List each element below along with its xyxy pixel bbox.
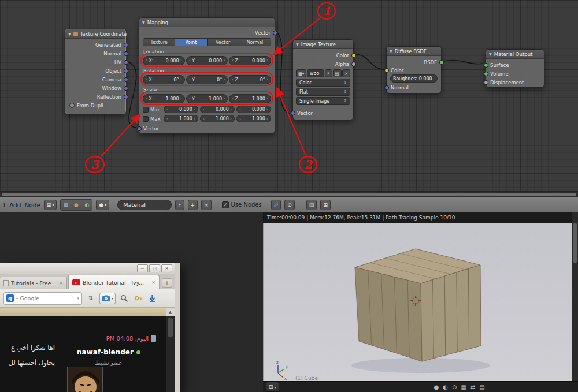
node-editor-canvas[interactable]: ▼ Texture Coordinate Generated Normal UV… <box>0 0 578 191</box>
scroll-up-button[interactable]: ▲ <box>166 308 175 316</box>
decrement-arrow-icon[interactable]: ‹ <box>232 58 234 63</box>
increment-arrow-icon[interactable]: › <box>223 58 225 63</box>
decrement-arrow-icon[interactable]: ‹ <box>239 107 241 112</box>
browse-material-button[interactable]: ●▾ <box>96 200 109 210</box>
min-checkbox[interactable] <box>143 107 149 113</box>
screenshot-camera-button[interactable]: ▾ <box>99 293 116 304</box>
browser-scrollbar[interactable]: ▲ <box>166 308 175 392</box>
increment-arrow-icon[interactable]: › <box>180 96 181 101</box>
link-color-to-diffuse[interactable] <box>355 54 384 69</box>
mapping-mode-point[interactable]: Point <box>175 39 207 46</box>
menu-item-add[interactable]: Add <box>9 201 21 208</box>
input-socket[interactable] <box>291 111 295 115</box>
source-dropdown[interactable]: Single Image↕ <box>296 97 350 105</box>
increment-arrow-icon[interactable]: › <box>266 58 268 63</box>
location-y-field[interactable]: ‹Y:0.000› <box>186 56 228 65</box>
fake-user-button[interactable]: F <box>175 200 184 210</box>
output-socket[interactable] <box>351 53 356 58</box>
node-image-texture[interactable]: ▼ Image Texture Color Alpha ▦▾ woo F ▤ ×… <box>292 39 354 120</box>
node-header[interactable]: ▼ Mapping <box>139 18 275 27</box>
link-bsdf-to-output[interactable] <box>443 60 483 64</box>
decrement-arrow-icon[interactable]: ‹ <box>189 96 191 101</box>
increment-arrow-icon[interactable]: › <box>194 117 195 121</box>
new-tab-button[interactable]: + <box>162 278 172 288</box>
browser-tab-active[interactable]: ▸ Blender Tutorial - Ivy... × <box>68 275 160 289</box>
world-icon[interactable]: ◐ <box>81 200 92 210</box>
browser-titlebar[interactable]: — □ × <box>0 263 175 274</box>
increment-arrow-icon[interactable]: › <box>223 96 225 101</box>
snap-icon[interactable]: ⇄ <box>271 200 281 210</box>
output-socket[interactable] <box>124 86 128 91</box>
from-dupli-row[interactable]: From Dupli <box>65 101 125 110</box>
unlink-image-button[interactable]: × <box>342 69 350 77</box>
node-header[interactable]: ▼ Texture Coordinate <box>65 29 125 39</box>
node-diffuse-bsdf[interactable]: ▼ Diffuse BSDF BSDF Color Roughnes: 0.00… <box>386 46 442 94</box>
mapping-mode-normal[interactable]: Normal <box>239 39 271 46</box>
collapse-icon[interactable]: ▼ <box>489 52 492 56</box>
decrement-arrow-icon[interactable]: ‹ <box>203 117 205 121</box>
increment-arrow-icon[interactable]: › <box>194 107 195 112</box>
max-y-field[interactable]: ‹1.000› <box>200 115 235 122</box>
shading-icon[interactable]: ◐ <box>443 384 448 390</box>
decrement-arrow-icon[interactable]: ‹ <box>189 77 191 82</box>
decrement-arrow-icon[interactable]: ‹ <box>232 77 234 82</box>
new-image-button[interactable]: ▤ <box>333 69 342 77</box>
increment-arrow-icon[interactable]: › <box>230 107 232 112</box>
node-header[interactable]: ▼ Image Texture <box>293 40 353 49</box>
projection-dropdown[interactable]: Flat↕ <box>296 88 350 96</box>
collapse-icon[interactable]: ▼ <box>142 20 145 24</box>
increment-arrow-icon[interactable]: › <box>223 77 225 82</box>
node-material-output[interactable]: ▼ Material Output Surface Volume Displac… <box>486 49 544 88</box>
username-link[interactable]: nawaf-blender <box>76 348 141 356</box>
collapse-icon[interactable]: ▼ <box>390 49 392 53</box>
scrollbar-handle[interactable] <box>168 318 173 337</box>
increment-arrow-icon[interactable]: › <box>266 77 268 82</box>
input-socket[interactable] <box>484 63 488 68</box>
download-icon[interactable] <box>147 293 157 304</box>
use-nodes-checkbox[interactable]: ✓ <box>222 201 229 208</box>
max-checkbox[interactable] <box>143 116 149 122</box>
mapping-mode-vector[interactable]: Vector <box>208 39 239 46</box>
increment-arrow-icon[interactable]: › <box>230 117 232 121</box>
decrement-arrow-icon[interactable]: ‹ <box>189 58 191 63</box>
close-button[interactable]: × <box>161 264 172 272</box>
increment-arrow-icon[interactable]: › <box>180 77 181 82</box>
decrement-arrow-icon[interactable]: ‹ <box>166 107 168 112</box>
decrement-arrow-icon[interactable]: ‹ <box>203 107 205 112</box>
mode-icon[interactable]: ● <box>434 384 439 390</box>
fake-user-button[interactable]: F <box>325 69 332 77</box>
tab-close-button[interactable]: × <box>59 281 63 286</box>
avatar[interactable] <box>67 367 103 392</box>
collapse-icon[interactable]: ▼ <box>68 32 71 36</box>
scale-z-field[interactable]: ‹Z:1.000› <box>229 94 271 103</box>
texture-icon[interactable]: ▦ <box>61 200 71 210</box>
scale-x-field[interactable]: ‹X:1.000› <box>143 94 185 103</box>
collapse-icon[interactable]: ▼ <box>296 42 299 46</box>
browse-image-button[interactable]: ▦▾ <box>296 69 306 77</box>
input-socket[interactable] <box>484 72 488 76</box>
snap-target-icon[interactable]: ⊙ <box>284 200 295 210</box>
search-input[interactable]: g - Google ▾ <box>3 292 82 305</box>
link-uv-to-mapping[interactable] <box>128 62 136 128</box>
layers-icon[interactable]: ▦ <box>461 384 466 390</box>
min-z-field[interactable]: ‹0.000› <box>236 106 271 113</box>
output-socket[interactable] <box>351 62 356 66</box>
editor-type-button[interactable]: ⊞▾ <box>44 200 57 210</box>
image-name-field[interactable]: woo <box>307 69 324 77</box>
decrement-arrow-icon[interactable]: ‹ <box>166 117 168 121</box>
decrement-arrow-icon[interactable]: ‹ <box>146 58 147 63</box>
max-z-field[interactable]: ‹1.000› <box>236 115 271 122</box>
mapping-mode-texture[interactable]: Texture <box>143 39 175 46</box>
maximize-button[interactable]: □ <box>149 264 160 272</box>
scale-y-field[interactable]: ‹Y:1.000› <box>186 94 228 103</box>
rotation-x-field[interactable]: ‹X:0°› <box>143 75 185 84</box>
output-socket[interactable] <box>124 95 128 99</box>
render-border-icon[interactable]: ⊞ <box>320 200 331 210</box>
increment-arrow-icon[interactable]: › <box>266 117 268 121</box>
material-sphere-icon[interactable]: ● <box>71 200 81 210</box>
output-socket[interactable] <box>124 51 128 56</box>
node-editor-horizontal-scrollbar[interactable] <box>0 191 578 197</box>
increment-arrow-icon[interactable]: › <box>180 58 181 63</box>
input-socket[interactable] <box>384 85 389 90</box>
node-header[interactable]: ▼ Material Output <box>486 50 544 59</box>
